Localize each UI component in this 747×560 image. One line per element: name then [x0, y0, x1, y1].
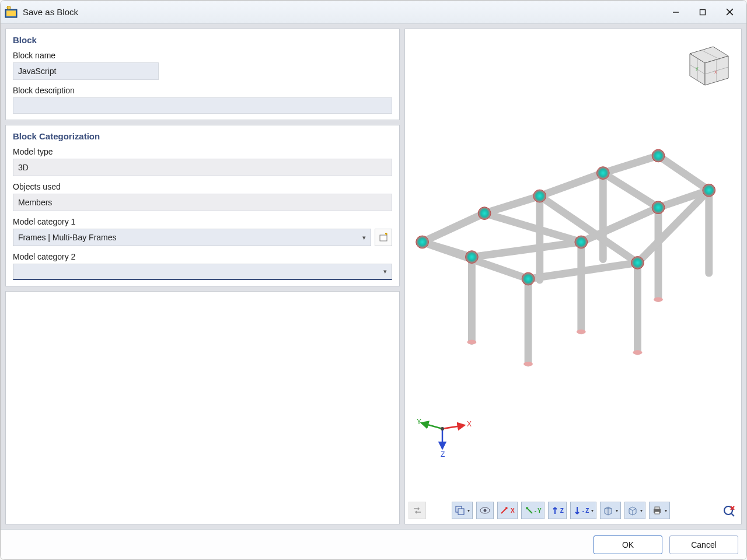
title-bar: Save as Block	[1, 1, 746, 24]
model-category-1-select[interactable]: Frames | Multi-Bay Frames ▾	[13, 229, 371, 246]
maximize-button[interactable]	[689, 1, 716, 24]
model-category-2-label: Model category 2	[13, 252, 392, 261]
view-plus-x-button[interactable]: X	[497, 502, 518, 519]
visibility-button[interactable]	[476, 502, 494, 519]
svg-point-36	[633, 350, 643, 355]
svg-point-66	[484, 509, 487, 512]
svg-rect-7	[380, 235, 387, 241]
chevron-down-icon: ▾	[383, 268, 387, 275]
svg-line-76	[633, 509, 636, 510]
svg-line-29	[423, 242, 472, 257]
chevron-down-icon: ▾	[362, 234, 366, 242]
block-section-title: Block	[13, 35, 392, 45]
svg-line-22	[484, 196, 540, 214]
block-section: Block Block name JavaScript Block descri…	[5, 29, 400, 120]
svg-line-24	[603, 156, 658, 173]
empty-panel	[5, 291, 400, 524]
svg-rect-80	[655, 512, 659, 514]
svg-point-33	[467, 340, 477, 345]
print-button[interactable]: ▾	[649, 502, 670, 519]
svg-line-60	[421, 423, 442, 429]
svg-point-35	[577, 330, 586, 334]
snap-settings-button[interactable]: ▾	[452, 502, 473, 519]
svg-line-21	[423, 214, 485, 242]
svg-point-34	[523, 362, 533, 366]
render-mode-button[interactable]: ▾	[624, 502, 645, 519]
block-name-label: Block name	[13, 51, 392, 60]
svg-rect-79	[655, 507, 659, 509]
svg-point-62	[441, 427, 444, 430]
svg-line-59	[442, 425, 465, 429]
svg-point-45	[575, 236, 588, 249]
svg-point-44	[522, 272, 535, 285]
minimize-button[interactable]	[662, 1, 689, 24]
reset-view-button[interactable]	[720, 502, 738, 519]
svg-line-28	[603, 173, 658, 208]
left-column: Block Block name JavaScript Block descri…	[5, 29, 400, 524]
app-icon	[4, 5, 18, 19]
view-minus-y-button[interactable]: -Y	[521, 502, 544, 519]
model-type-label: Model type	[13, 147, 392, 156]
svg-line-82	[731, 513, 734, 516]
svg-line-23	[540, 173, 603, 196]
categorization-section: Block Categorization Model type 3D Objec…	[5, 125, 400, 286]
view-up-z-button[interactable]: Z	[548, 502, 567, 519]
axis-tripod: X Y Z	[413, 411, 472, 460]
svg-line-31	[581, 208, 658, 242]
model-category-2-select[interactable]: ▾	[13, 264, 392, 280]
categorization-title: Block Categorization	[13, 131, 392, 141]
svg-text:x: x	[714, 69, 717, 75]
swap-view-button	[409, 502, 426, 519]
axis-y-label: Y	[417, 418, 421, 426]
axis-z-label: Z	[441, 450, 445, 458]
preview-toolbar: ▾ X -Y Z	[409, 501, 738, 520]
svg-point-41	[596, 167, 609, 180]
dialog-content: Block Block name JavaScript Block descri…	[1, 24, 746, 529]
block-name-field[interactable]: JavaScript	[13, 62, 159, 80]
objects-used-field: Members	[13, 194, 392, 211]
block-desc-field[interactable]	[13, 97, 392, 114]
close-button[interactable]	[716, 1, 743, 24]
projection-button[interactable]: ▾	[600, 502, 621, 519]
svg-point-48	[703, 184, 715, 197]
svg-point-2	[7, 6, 11, 9]
svg-point-42	[652, 149, 665, 162]
svg-point-39	[478, 207, 491, 220]
svg-line-30	[472, 242, 581, 257]
svg-rect-1	[6, 10, 16, 16]
model-preview[interactable]: x y	[404, 29, 742, 524]
svg-point-37	[654, 298, 663, 302]
svg-line-27	[540, 196, 638, 262]
window-title: Save as Block	[23, 7, 78, 17]
svg-point-47	[652, 201, 665, 214]
svg-text:y: y	[696, 65, 699, 71]
orientation-cube[interactable]: x y	[678, 36, 734, 94]
model-category-1-label: Model category 1	[13, 217, 392, 226]
dialog-save-as-block: Save as Block Block Block name JavaScrip…	[0, 0, 747, 560]
axis-x-label: X	[467, 420, 472, 428]
view-down-z-button[interactable]: -Z ▾	[570, 502, 596, 519]
svg-point-46	[631, 257, 644, 270]
right-column: x y	[404, 29, 742, 524]
model-category-1-value: Frames | Multi-Bay Frames	[18, 233, 117, 242]
svg-line-25	[658, 156, 709, 190]
svg-point-38	[416, 236, 429, 249]
dialog-footer: OK Cancel	[1, 529, 746, 559]
objects-used-label: Objects used	[13, 182, 392, 191]
model-type-field: 3D	[13, 159, 392, 176]
svg-point-40	[533, 190, 546, 202]
svg-line-75	[629, 509, 633, 510]
svg-rect-4	[700, 9, 706, 15]
new-category-1-button[interactable]	[375, 229, 392, 246]
block-desc-label: Block description	[13, 86, 392, 95]
ok-button[interactable]: OK	[594, 536, 662, 554]
cancel-button[interactable]: Cancel	[669, 536, 738, 554]
svg-rect-64	[458, 509, 464, 514]
svg-point-43	[466, 251, 479, 264]
